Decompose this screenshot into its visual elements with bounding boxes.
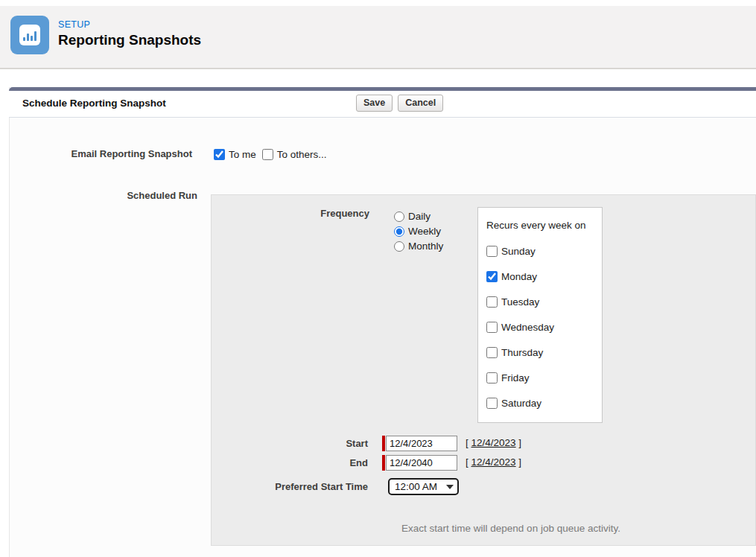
weekday-row-friday[interactable]: Friday bbox=[486, 372, 554, 383]
wednesday-label: Wednesday bbox=[501, 322, 554, 333]
daily-label: Daily bbox=[408, 211, 431, 222]
to-others-label: To others... bbox=[277, 149, 327, 160]
monday-label: Monday bbox=[501, 271, 537, 282]
weekday-row-tuesday[interactable]: Tuesday bbox=[486, 296, 554, 308]
end-label: End bbox=[212, 457, 368, 468]
weekly-radio[interactable] bbox=[394, 226, 404, 237]
weekday-row-thursday[interactable]: Thursday bbox=[486, 347, 554, 358]
weekly-label: Weekly bbox=[408, 226, 441, 237]
monthly-radio[interactable] bbox=[394, 241, 404, 252]
frequency-option-monthly[interactable]: Monthly bbox=[394, 241, 443, 252]
to-me-checkbox[interactable] bbox=[214, 149, 225, 160]
preferred-start-time-wrap: 12:00 AM bbox=[388, 478, 459, 495]
card-title: Schedule Reporting Snapshot bbox=[22, 98, 166, 109]
bracket-close: ] bbox=[518, 456, 521, 468]
bar-chart-icon bbox=[19, 25, 40, 45]
wednesday-checkbox[interactable] bbox=[486, 322, 498, 333]
start-today-link[interactable]: 12/4/2023 bbox=[471, 437, 516, 448]
thursday-checkbox[interactable] bbox=[486, 347, 498, 358]
start-date-input[interactable] bbox=[386, 436, 457, 451]
weekday-row-saturday[interactable]: Saturday bbox=[486, 398, 554, 409]
tuesday-checkbox[interactable] bbox=[486, 296, 498, 308]
reporting-snapshots-setup-page: SETUP Reporting Snapshots Schedule Repor… bbox=[0, 0, 756, 557]
frequency-option-weekly[interactable]: Weekly bbox=[394, 226, 443, 237]
end-required-bar bbox=[382, 455, 385, 471]
sunday-checkbox[interactable] bbox=[486, 246, 498, 257]
thursday-label: Thursday bbox=[501, 347, 543, 358]
monthly-label: Monthly bbox=[408, 241, 443, 252]
to-me-label: To me bbox=[229, 149, 256, 160]
reporting-snapshots-tile bbox=[10, 16, 49, 54]
monday-checkbox[interactable] bbox=[486, 271, 498, 282]
saturday-label: Saturday bbox=[501, 398, 541, 409]
setup-header: SETUP Reporting Snapshots bbox=[0, 6, 756, 69]
start-label: Start bbox=[212, 438, 368, 449]
preferred-start-time-select[interactable]: 12:00 AM bbox=[388, 478, 459, 495]
weekday-row-sunday[interactable]: Sunday bbox=[486, 246, 554, 257]
sunday-label: Sunday bbox=[501, 246, 536, 257]
preferred-start-time-label: Preferred Start Time bbox=[212, 481, 368, 492]
email-reporting-snapshot-label: Email Reporting Snapshot bbox=[0, 148, 192, 159]
tuesday-label: Tuesday bbox=[501, 296, 539, 308]
recurs-every-week-label: Recurs every week on bbox=[486, 220, 586, 231]
bracket-open: [ bbox=[466, 437, 468, 448]
job-queue-note: Exact start time will depend on job queu… bbox=[212, 523, 756, 534]
saturday-checkbox[interactable] bbox=[486, 398, 498, 409]
end-today-link[interactable]: 12/4/2023 bbox=[471, 456, 516, 468]
end-date-input[interactable] bbox=[386, 455, 457, 471]
page-title: Reporting Snapshots bbox=[58, 32, 201, 48]
frequency-option-daily[interactable]: Daily bbox=[394, 211, 443, 222]
start-required-bar bbox=[382, 436, 385, 451]
friday-label: Friday bbox=[501, 372, 530, 383]
scheduled-run-label: Scheduled Run bbox=[0, 190, 197, 201]
setup-eyebrow: SETUP bbox=[58, 19, 90, 30]
frequency-radio-group: Daily Weekly Monthly bbox=[394, 211, 443, 252]
weekday-row-monday[interactable]: Monday bbox=[486, 271, 554, 282]
weekday-row-wednesday[interactable]: Wednesday bbox=[486, 322, 554, 333]
cancel-button[interactable]: Cancel bbox=[398, 95, 443, 112]
toolbar-buttons: Save Cancel bbox=[356, 95, 443, 112]
start-date-link-wrap: [ 12/4/2023 ] bbox=[466, 437, 521, 448]
bracket-close: ] bbox=[518, 437, 521, 448]
scheduled-run-panel: Frequency Daily Weekly Monthly Recurs ev… bbox=[211, 194, 756, 546]
friday-checkbox[interactable] bbox=[486, 372, 498, 383]
bracket-open: [ bbox=[466, 456, 468, 468]
daily-radio[interactable] bbox=[394, 211, 404, 222]
to-others-checkbox[interactable] bbox=[262, 149, 273, 160]
save-button[interactable]: Save bbox=[356, 95, 393, 112]
frequency-label: Frequency bbox=[212, 208, 369, 219]
email-options-row: To me To others... bbox=[214, 149, 327, 160]
end-date-link-wrap: [ 12/4/2023 ] bbox=[466, 456, 521, 468]
weekday-checkbox-list: Sunday Monday Tuesday Wednesday Thursday bbox=[486, 246, 554, 409]
weekly-recurrence-box: Recurs every week on Sunday Monday Tuesd… bbox=[477, 207, 603, 423]
